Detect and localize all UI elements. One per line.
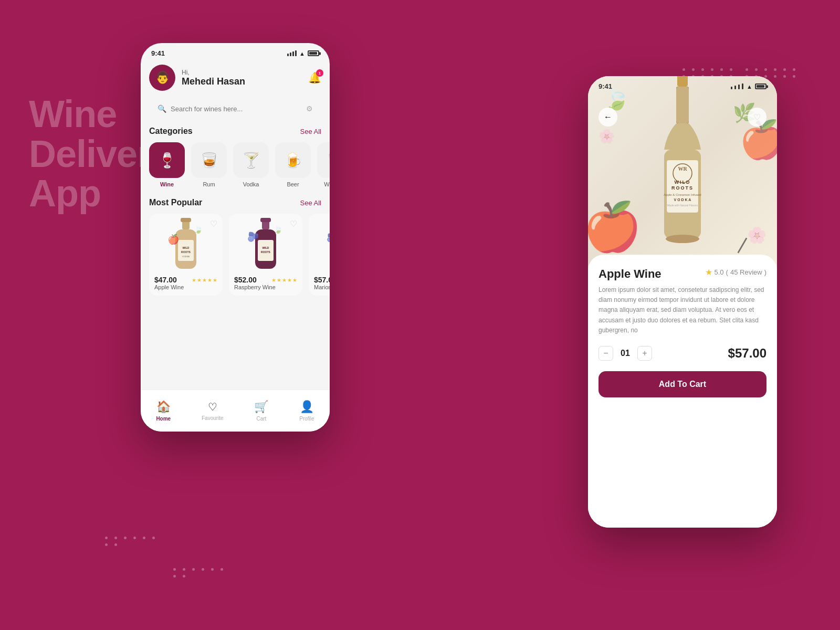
svg-text:WILD: WILD xyxy=(262,246,269,249)
svg-text:VODKA: VODKA xyxy=(182,255,190,258)
decorative-dots-bottom-left2 xyxy=(173,568,226,578)
detail-inner: 9:41 ▲ ← ♡ 🍎 🍎 🍃 🌿 🌸 xyxy=(588,76,777,528)
status-time-detail: 9:41 xyxy=(598,82,612,90)
product-stars-apple: ★★★★★ xyxy=(192,277,217,283)
category-beer[interactable]: 🍺 Beer xyxy=(275,142,311,187)
popular-title: Most Popular xyxy=(149,198,202,207)
category-vodka-label: Vodka xyxy=(243,181,259,187)
svg-text:🫐: 🫐 xyxy=(327,233,330,243)
svg-text:Apple & Cinnamon Infused: Apple & Cinnamon Infused xyxy=(664,193,701,196)
phone-home: 9:41 ▲ 👨 Hi, Mehedi Hasan 🔔 1 🔍 xyxy=(141,43,330,432)
product-card-raspberry[interactable]: ♡ WILD ROOTS 🫐 🍃 $52.00 ★★★★★ xyxy=(229,214,302,296)
favorite-button[interactable]: ♡ xyxy=(748,108,766,127)
category-wine[interactable]: 🍷 Wine xyxy=(149,142,185,187)
svg-text:ROOTS: ROOTS xyxy=(261,250,270,254)
search-bar[interactable]: 🔍 ⚙ xyxy=(149,99,321,118)
battery-icon xyxy=(308,50,319,56)
app-title: Wine Delivery App xyxy=(29,94,134,214)
product-name-apple: Apple Wine xyxy=(154,284,217,290)
popular-see-all[interactable]: See All xyxy=(300,199,321,207)
rating-star-icon: ★ xyxy=(705,267,712,277)
svg-text:🫐: 🫐 xyxy=(247,231,259,243)
search-input[interactable] xyxy=(171,105,302,113)
add-to-cart-button[interactable]: Add To Cart xyxy=(598,371,766,397)
greeting-left: 👨 Hi, Mehedi Hasan xyxy=(149,65,245,91)
category-rum-icon: 🥃 xyxy=(191,142,227,178)
favourite-icon: ♡ xyxy=(208,401,217,413)
quantity-control: − 01 + xyxy=(598,346,652,361)
status-icons-detail: ▲ xyxy=(730,83,766,90)
product-card-marionberry[interactable]: ♡ WILD ROOTS 🫐 $57.00 ★★★★★ Marionber xyxy=(309,214,330,296)
category-vodka-icon: 🍸 xyxy=(233,142,269,178)
product-image-raspberry: WILD ROOTS 🫐 🍃 xyxy=(234,219,297,271)
home-icon: 🏠 xyxy=(156,400,171,414)
nav-home-label: Home xyxy=(156,416,171,422)
product-image-apple: WILD ROOTS VODKA 🍎 🍃 xyxy=(154,219,217,271)
categories-title: Categories xyxy=(149,127,193,136)
decorative-dots-bottom-left xyxy=(105,537,158,546)
popular-header: Most Popular See All xyxy=(149,198,321,207)
status-bar-home: 9:41 ▲ xyxy=(141,43,330,60)
greeting-hi: Hi, xyxy=(182,69,245,76)
nav-cart[interactable]: 🛒 Cart xyxy=(254,400,268,422)
greeting-name: Mehedi Hasan xyxy=(182,76,245,87)
product-price-raspberry: $52.00 xyxy=(234,276,257,284)
signal-icon-detail xyxy=(730,83,744,89)
signal-icon xyxy=(287,50,297,56)
category-rum[interactable]: 🥃 Rum xyxy=(191,142,227,187)
battery-icon-detail xyxy=(755,83,766,89)
rating-badge: ★ 5.0 (45 Review) xyxy=(705,267,766,277)
product-hero: 🍎 🍎 🍃 🌿 🌸 🌸 | xyxy=(588,76,777,265)
nav-profile[interactable]: 👤 Profile xyxy=(299,400,314,422)
filter-icon[interactable]: ⚙ xyxy=(306,104,313,113)
product-title: Apple Wine xyxy=(598,267,662,281)
nav-favourite[interactable]: ♡ Favourite xyxy=(202,401,224,421)
svg-rect-10 xyxy=(260,218,271,222)
decrease-quantity-button[interactable]: − xyxy=(598,346,613,361)
svg-text:🍃: 🍃 xyxy=(274,225,283,234)
phone-detail: 9:41 ▲ ← ♡ 🍎 🍎 🍃 🌿 🌸 xyxy=(588,76,777,528)
categories-header: Categories See All xyxy=(149,127,321,136)
nav-profile-label: Profile xyxy=(299,416,314,422)
product-card-apple[interactable]: ♡ WILD ROOTS VODKA 🍎 🍃 $47 xyxy=(149,214,223,296)
svg-text:🍎: 🍎 xyxy=(167,234,180,245)
product-title-row: Apple Wine ★ 5.0 (45 Review) xyxy=(598,267,766,281)
svg-rect-1 xyxy=(181,218,191,222)
category-beer-icon: 🍺 xyxy=(275,142,311,178)
notification-bell[interactable]: 🔔 1 xyxy=(308,71,321,84)
nav-favourite-label: Favourite xyxy=(202,415,224,421)
category-wine-label: Wine xyxy=(160,181,174,187)
favorite-icon-apple[interactable]: ♡ xyxy=(210,219,217,229)
detail-info: Apple Wine ★ 5.0 (45 Review) Lorem ipsum… xyxy=(588,255,777,528)
categories-row: 🍷 Wine 🥃 Rum 🍸 Vodka 🍺 Beer 🥃 xyxy=(141,142,330,187)
categories-see-all[interactable]: See All xyxy=(300,128,321,135)
category-vodka[interactable]: 🍸 Vodka xyxy=(233,142,269,187)
svg-text:ROOTS: ROOTS xyxy=(671,185,694,191)
favorite-icon-raspberry[interactable]: ♡ xyxy=(290,219,297,229)
product-name-raspberry: Raspberry Wine xyxy=(234,284,297,290)
search-icon: 🔍 xyxy=(158,104,166,113)
bottom-nav: 🏠 Home ♡ Favourite 🛒 Cart 👤 Profile xyxy=(141,390,330,432)
nav-home[interactable]: 🏠 Home xyxy=(156,400,171,422)
product-name-marionberry: Marionberry Wine xyxy=(314,284,330,290)
increase-quantity-button[interactable]: + xyxy=(637,346,652,361)
status-icons-home: ▲ xyxy=(287,50,319,57)
svg-text:Made with Natural Flavors: Made with Natural Flavors xyxy=(667,204,698,207)
product-description: Lorem ipsum dolor sit amet, consetetur s… xyxy=(598,285,766,335)
svg-text:ROOTS: ROOTS xyxy=(181,250,191,254)
svg-text:WR: WR xyxy=(678,166,687,172)
category-whiskey[interactable]: 🥃 Whiskey xyxy=(317,142,330,187)
status-bar-detail: 9:41 ▲ xyxy=(588,76,777,93)
svg-text:WILD: WILD xyxy=(675,180,691,185)
qty-price-row: − 01 + $57.00 xyxy=(598,346,766,361)
wifi-icon-detail: ▲ xyxy=(747,83,752,90)
category-whiskey-label: Whiskey xyxy=(324,181,330,187)
greeting-text: Hi, Mehedi Hasan xyxy=(182,69,245,87)
back-button[interactable]: ← xyxy=(598,108,617,127)
category-whiskey-icon: 🥃 xyxy=(317,142,330,178)
review-count: ( xyxy=(726,268,728,276)
category-rum-label: Rum xyxy=(203,181,215,187)
category-beer-label: Beer xyxy=(287,181,299,187)
product-price-apple: $47.00 xyxy=(154,276,177,284)
notification-badge: 1 xyxy=(316,69,323,77)
